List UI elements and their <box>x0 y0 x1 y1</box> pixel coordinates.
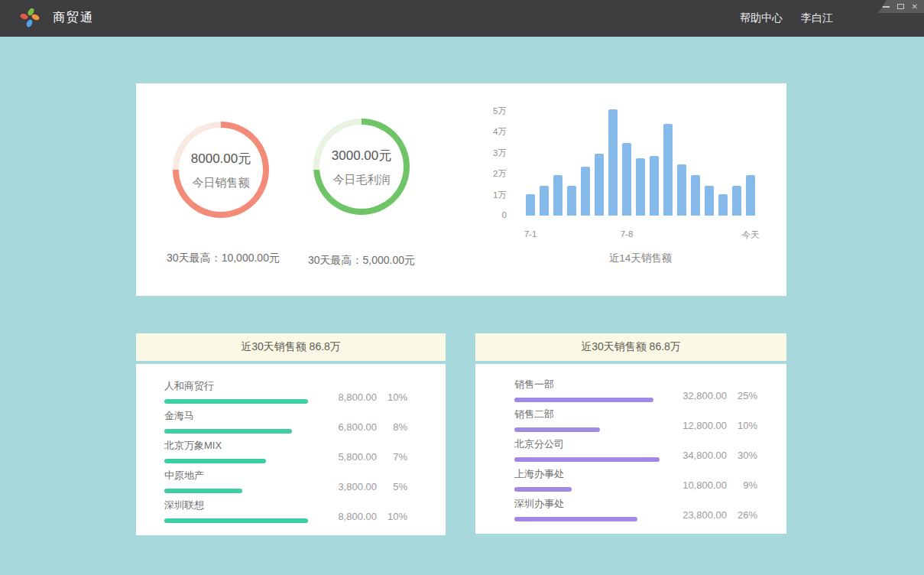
close-icon[interactable]: ✕ <box>912 3 918 11</box>
today-profit-value: 3000.00元 <box>332 147 391 164</box>
chart-bar <box>691 175 700 216</box>
card-body: 销售一部 32,800.00 25% 销售二部 12,800.00 10% 北京… <box>475 364 786 534</box>
percent: 8% <box>377 421 407 433</box>
department-name: 销售一部 <box>514 378 670 391</box>
amount: 8,800.00 <box>320 391 377 403</box>
chart-bar <box>705 186 714 216</box>
list-item: 北京万象MIX 5,800.00 7% <box>164 434 407 463</box>
chart-bar <box>677 164 686 216</box>
window-controls: ✕ <box>878 0 924 13</box>
progress-bar <box>514 517 637 521</box>
percent: 10% <box>377 391 407 403</box>
customer-name: 人和商贸行 <box>164 379 320 393</box>
titlebar-right: 帮助中心 李白江 <box>740 0 833 37</box>
chart-y-tick: 4万 <box>493 126 507 138</box>
list-item: 北京分公司 34,800.00 30% <box>514 433 757 462</box>
department-name: 销售二部 <box>514 408 670 421</box>
amount: 34,800.00 <box>670 450 727 461</box>
chart-y-tick: 1万 <box>493 190 507 201</box>
list-item: 深圳办事处 23,800.00 26% <box>514 492 757 521</box>
department-name: 上海办事处 <box>514 467 670 481</box>
chart-y-axis: 5万4万3万2万1万0 <box>442 106 507 232</box>
department-name: 深圳办事处 <box>514 497 670 511</box>
chart-x-tick: 今天 <box>738 229 764 241</box>
percent: 9% <box>727 479 757 491</box>
amount: 3,800.00 <box>320 481 377 492</box>
donut-hole: 8000.00元 今日销售额 <box>179 128 263 212</box>
chart-y-tick: 0 <box>502 210 507 219</box>
user-menu[interactable]: 李白江 <box>801 11 833 25</box>
progress-bar <box>164 459 266 463</box>
amount: 12,800.00 <box>670 420 727 431</box>
chart-bars <box>526 109 755 216</box>
chart-x-tick: 7-8 <box>614 229 640 239</box>
donut-hole: 3000.00元 今日毛利润 <box>319 125 404 209</box>
department-name: 北京分公司 <box>514 437 670 451</box>
chart-y-tick: 3万 <box>493 148 507 159</box>
chart-bar <box>746 175 755 216</box>
customer-name: 深圳联想 <box>164 499 320 512</box>
chart-bar <box>540 186 549 216</box>
chart-bar <box>553 175 563 216</box>
chart-bar <box>581 167 590 216</box>
customer-name: 中原地产 <box>164 469 320 482</box>
progress-bar <box>514 487 572 492</box>
customer-name: 北京万象MIX <box>164 439 320 453</box>
progress-bar <box>164 489 242 493</box>
customer-name: 金海马 <box>164 409 320 423</box>
progress-bar <box>514 398 653 402</box>
customer-rank-card: 近30天销售额 86.8万 人和商贸行 8,800.00 10% 金海马 6,8… <box>136 333 446 535</box>
amount: 6,800.00 <box>320 421 377 433</box>
profit-30d-max-caption: 30天最高：5,000.00元 <box>270 254 453 268</box>
department-rank-card: 近30天销售额 86.8万 销售一部 32,800.00 25% 销售二部 12… <box>475 333 786 534</box>
progress-bar <box>164 429 292 434</box>
chart-bar <box>663 124 673 216</box>
percent: 26% <box>727 509 757 521</box>
percent: 30% <box>727 450 757 461</box>
today-profit-label: 今日毛利润 <box>333 173 391 187</box>
chart-y-tick: 2万 <box>493 168 507 180</box>
today-sales-label: 今日销售额 <box>193 176 250 190</box>
list-item: 销售二部 12,800.00 10% <box>514 403 757 432</box>
chart-bar <box>595 154 604 216</box>
list-item: 上海办事处 10,800.00 9% <box>514 463 757 492</box>
maximize-icon[interactable] <box>897 4 904 9</box>
amount: 23,800.00 <box>670 509 727 521</box>
chart-bar <box>526 194 535 216</box>
percent: 7% <box>377 451 407 463</box>
list-item: 销售一部 32,800.00 25% <box>514 373 757 402</box>
progress-bar <box>164 399 308 404</box>
brand: 商贸通 <box>20 8 94 28</box>
chart-bar <box>718 194 728 216</box>
overview-card: 8000.00元 今日销售额 3000.00元 今日毛利润 30天最高：10,0… <box>136 83 786 296</box>
pinwheel-logo-icon <box>20 8 40 28</box>
card-body: 人和商贸行 8,800.00 10% 金海马 6,800.00 8% 北京万象M… <box>136 364 446 535</box>
list-item: 中原地产 3,800.00 5% <box>164 464 407 493</box>
app-title: 商贸通 <box>53 10 94 26</box>
chart-bar <box>732 186 741 216</box>
chart-x-tick: 7-1 <box>517 229 543 239</box>
progress-bar <box>514 457 660 462</box>
amount: 10,800.00 <box>670 479 727 491</box>
progress-bar <box>164 518 308 523</box>
card-header: 近30天销售额 86.8万 <box>475 333 786 361</box>
amount: 8,800.00 <box>320 511 377 522</box>
list-item: 人和商贸行 8,800.00 10% <box>164 375 407 404</box>
percent: 25% <box>727 390 757 401</box>
today-sales-donut: 8000.00元 今日销售额 <box>173 122 269 218</box>
list-item: 深圳联想 8,800.00 10% <box>164 494 407 523</box>
progress-bar <box>514 427 600 432</box>
help-center-link[interactable]: 帮助中心 <box>740 11 783 25</box>
titlebar: 商贸通 帮助中心 李白江 ✕ <box>0 0 924 37</box>
minimize-icon[interactable] <box>883 6 890 8</box>
chart-caption: 近14天销售额 <box>526 252 755 265</box>
percent: 5% <box>377 481 407 492</box>
amount: 5,800.00 <box>320 451 377 463</box>
chart-bar <box>622 143 631 216</box>
chart-bar <box>650 156 659 216</box>
today-profit-donut: 3000.00元 今日毛利润 <box>313 119 410 215</box>
chart-bar <box>567 186 576 216</box>
percent: 10% <box>377 511 407 522</box>
amount: 32,800.00 <box>670 390 727 401</box>
today-sales-value: 8000.00元 <box>191 150 251 167</box>
